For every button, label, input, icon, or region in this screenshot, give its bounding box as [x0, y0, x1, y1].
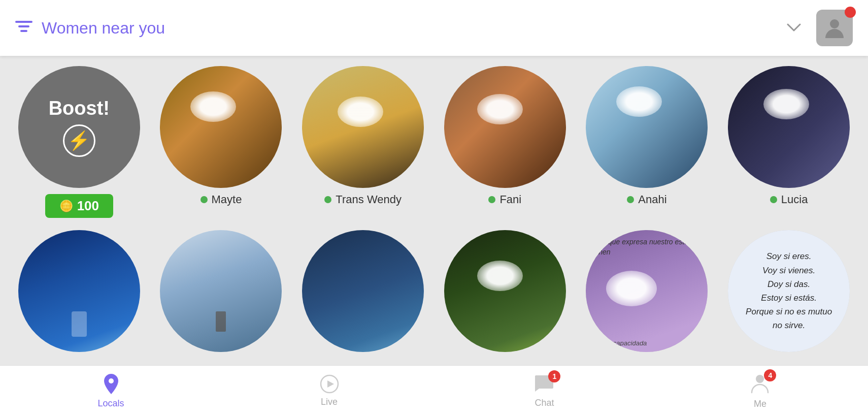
notification-badge — [845, 7, 856, 18]
quote-text: Soy si eres.Voy si vienes.Doy si das.Est… — [746, 249, 832, 332]
profile-photo-trans-wendy — [302, 66, 424, 188]
nav-item-locals[interactable]: Locals — [97, 373, 124, 409]
me-notification-badge: 4 — [764, 369, 776, 381]
profile-card-row2-3[interactable] — [299, 230, 427, 352]
person-icon — [822, 16, 847, 40]
profile-photo-row2-4 — [444, 230, 566, 352]
bottom-navigation: Locals Live 1 Chat 4 Me — [0, 365, 868, 416]
face-blur — [477, 94, 523, 124]
boost-label: Boost! — [49, 98, 110, 119]
profile-name: Trans Wendy — [336, 193, 402, 206]
profile-card-row2-2[interactable] — [157, 230, 285, 352]
svg-rect-2 — [20, 30, 27, 32]
profile-grid-row1: Boost! ⚡ 🪙 100 Mayte — [15, 66, 853, 218]
overlay-text-bottom: la gran capacidada — [591, 339, 647, 347]
profile-card-mayte[interactable]: Mayte — [157, 66, 285, 218]
nav-label-live: Live — [321, 397, 338, 407]
profile-photo-anahi — [586, 66, 708, 188]
text-overlay: n los que expresa nuestro estado y tiene… — [586, 230, 708, 352]
profile-name-row-anahi: Anahi — [627, 193, 666, 206]
online-indicator — [770, 196, 777, 203]
boost-avatar: Boost! ⚡ — [18, 66, 140, 188]
online-indicator — [627, 196, 634, 203]
profile-name-row-mayte: Mayte — [201, 193, 242, 206]
profile-name: Lucia — [781, 193, 808, 206]
svg-point-7 — [756, 375, 764, 383]
header-title: Women near you — [42, 19, 787, 38]
face-blur — [606, 271, 657, 306]
quote-overlay: Soy si eres.Voy si vienes.Doy si das.Est… — [728, 230, 850, 352]
profile-name: Mayte — [212, 193, 242, 206]
profile-card-fani[interactable]: Fani — [441, 66, 569, 218]
face-blur — [338, 97, 383, 127]
nav-label-locals: Locals — [97, 398, 124, 409]
profile-name: Anahi — [638, 193, 666, 206]
nav-item-live[interactable]: Live — [320, 374, 339, 407]
chat-notification-badge: 1 — [548, 370, 560, 382]
profile-avatar-button[interactable] — [816, 10, 853, 46]
face-blur — [190, 91, 236, 122]
profile-grid-row2: n los que expresa nuestro estado y tiene… — [15, 230, 853, 352]
profile-card-trans-wendy[interactable]: Trans Wendy — [299, 66, 427, 218]
boost-credits[interactable]: 🪙 100 — [45, 194, 113, 218]
nav-item-chat[interactable]: 1 Chat — [534, 373, 554, 408]
profile-name-row-lucia: Lucia — [770, 193, 808, 206]
svg-point-4 — [109, 378, 114, 383]
profile-photo-row2-2 — [160, 230, 282, 352]
boost-card[interactable]: Boost! ⚡ 🪙 100 — [15, 66, 143, 218]
profile-photo-row2-5: n los que expresa nuestro estado y tiene… — [586, 230, 708, 352]
face-blur — [616, 86, 662, 117]
profile-card-row2-1[interactable] — [15, 230, 143, 352]
profile-card-row2-5[interactable]: n los que expresa nuestro estado y tiene… — [583, 230, 711, 352]
location-pin-icon — [102, 373, 121, 395]
boost-lightning-icon: ⚡ — [63, 124, 95, 157]
main-content: Boost! ⚡ 🪙 100 Mayte — [0, 56, 868, 365]
play-circle-icon — [320, 374, 339, 394]
profile-card-lucia[interactable]: Lucia — [725, 66, 853, 218]
coin-icon: 🪙 — [59, 200, 73, 213]
profile-photo-mayte — [160, 66, 282, 188]
profile-name-row-trans-wendy: Trans Wendy — [324, 193, 402, 206]
face-blur — [477, 261, 523, 291]
face-blur — [763, 89, 809, 119]
online-indicator — [488, 196, 495, 203]
profile-photo-lucia — [728, 66, 850, 188]
profile-name: Fani — [499, 193, 521, 206]
profile-photo-row2-6: Soy si eres.Voy si vienes.Doy si das.Est… — [728, 230, 850, 352]
svg-rect-0 — [15, 21, 32, 23]
profile-card-row2-4[interactable] — [441, 230, 569, 352]
profile-card-row2-6[interactable]: Soy si eres.Voy si vienes.Doy si das.Est… — [725, 230, 853, 352]
svg-rect-1 — [18, 25, 29, 27]
profile-name-row-fani: Fani — [488, 193, 521, 206]
profile-photo-row2-3 — [302, 230, 424, 352]
profile-photo-row2-1 — [18, 230, 140, 352]
svg-marker-6 — [327, 380, 334, 388]
profile-photo-fani — [444, 66, 566, 188]
nav-label-me: Me — [754, 399, 766, 409]
overlay-text: n los que expresa nuestro estado y tiene… — [591, 237, 703, 257]
online-indicator — [201, 196, 208, 203]
header: Women near you — [0, 0, 868, 56]
chevron-down-icon[interactable] — [787, 20, 801, 36]
boost-credits-value: 100 — [77, 198, 99, 214]
online-indicator — [324, 196, 331, 203]
svg-point-3 — [830, 19, 839, 28]
nav-item-me[interactable]: 4 Me — [750, 372, 770, 409]
filter-icon[interactable] — [15, 19, 32, 37]
nav-label-chat: Chat — [535, 398, 554, 408]
profile-card-anahi[interactable]: Anahi — [583, 66, 711, 218]
